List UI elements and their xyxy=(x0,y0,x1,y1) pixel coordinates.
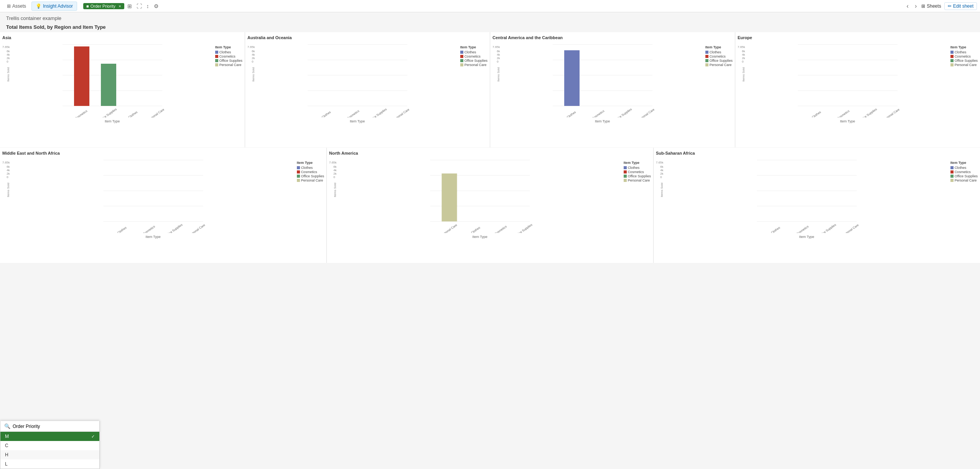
svg-text:Clothes: Clothes xyxy=(470,226,481,233)
chart-middle-east: Middle East and North Africa 7.65k 6k 4k… xyxy=(0,148,326,263)
assets-label: Assets xyxy=(12,3,26,9)
y-axis-europe: 7.65k 6k 4k 2k 0 Items Sold xyxy=(738,41,745,82)
svg-text:Personal Care: Personal Care xyxy=(841,223,860,233)
svg-text:Cosmetics: Cosmetics xyxy=(591,109,605,117)
svg-text:Personal Care: Personal Care xyxy=(637,107,656,117)
svg-text:Office Supplies: Office Supplies xyxy=(369,107,387,117)
chart-main-title: Total Items Sold, by Region and Item Typ… xyxy=(0,23,980,32)
bar-chart-me: Clothes Cosmetics Office Supplies Person… xyxy=(11,156,295,239)
edit-sheet-button[interactable]: ✏ Edit sheet xyxy=(944,2,977,10)
svg-text:Personal Care: Personal Care xyxy=(392,107,410,117)
chart-asia: Asia 7.65k 6k 4k 2k 0 Items Sold xyxy=(0,32,245,147)
toolbar: ⊞ Assets 💡 Insight Advisor ■ Order Prior… xyxy=(0,0,980,12)
y-axis-me: 7.65k 6k 4k 2k 0 Items Sold xyxy=(2,156,10,197)
svg-text:Office Supplies: Office Supplies xyxy=(99,107,117,117)
svg-text:Personal Care: Personal Care xyxy=(882,107,901,117)
trellis-row-1: Asia 7.65k 6k 4k 2k 0 Items Sold xyxy=(0,32,980,147)
icon-btn-3[interactable]: ↕ xyxy=(145,2,151,10)
svg-text:Clothes: Clothes xyxy=(566,110,576,117)
svg-text:Personal Care: Personal Care xyxy=(147,107,165,117)
y-axis-na: 7.65k 6k 4k 2k 0 Items Sold xyxy=(329,156,337,197)
legend-ssa: Item Type Clothes Cosmetics Office Suppl… xyxy=(949,156,978,183)
region-title-central-america: Central America and the Caribbean xyxy=(492,35,733,40)
svg-rect-53 xyxy=(441,173,457,221)
chart-content-na: 7.65k 6k 4k 2k 0 Items Sold xyxy=(329,156,651,239)
nav-next[interactable]: › xyxy=(913,1,918,11)
page-title-bar: Trellis container example xyxy=(0,12,980,23)
sheets-button[interactable]: ⊞ Sheets xyxy=(921,3,941,9)
legend-me: Item Type Clothes Cosmetics Office Suppl… xyxy=(295,156,324,183)
svg-text:Office Supplies: Office Supplies xyxy=(859,107,878,117)
nav-prev[interactable]: ‹ xyxy=(905,1,910,11)
svg-text:Personal Care: Personal Care xyxy=(188,223,206,233)
page-title: Trellis container example xyxy=(6,15,61,21)
chart-north-america: North America 7.65k 6k 4k 2k 0 Items Sol… xyxy=(327,148,653,263)
trellis-row-2: Middle East and North Africa 7.65k 6k 4k… xyxy=(0,148,980,263)
chart-subsaharan: Sub-Saharan Africa 7.65k 6k 4k 2k 0 Item… xyxy=(654,148,980,263)
icon-btn-2[interactable]: ⛶ xyxy=(135,2,143,10)
region-title-australia: Australia and Oceania xyxy=(247,35,488,40)
svg-text:Office Supplies: Office Supplies xyxy=(818,223,837,233)
bar-chart-asia: Cosmetics Office Supplies Clothes Person… xyxy=(11,41,214,123)
chart-content-asia: 7.65k 6k 4k 2k 0 Items Sold xyxy=(2,41,242,123)
region-title-subsaharan: Sub-Saharan Africa xyxy=(656,151,978,155)
tab-order-priority[interactable]: ■ Order Priority × xyxy=(83,3,124,9)
chart-content-ssa: 7.65k 6k 4k 2k 0 Items Sold Clothes xyxy=(656,156,978,239)
svg-text:Clothes: Clothes xyxy=(811,110,821,117)
chart-content-europe: 7.65k 6k 4k 2k 0 Items Sold Clothes xyxy=(738,41,978,123)
tab-insight[interactable]: 💡 Insight Advisor xyxy=(31,2,77,11)
bar-chart-central: Clothes Cosmetics Office Supplies Person… xyxy=(501,41,704,123)
x-label-na: Item Type xyxy=(338,235,622,239)
chart-europe: Europe 7.65k 6k 4k 2k 0 Items Sold xyxy=(735,32,980,147)
legend-europe: Item Type Clothes Cosmetics Office Suppl… xyxy=(949,41,978,67)
edit-icon: ✏ xyxy=(948,3,952,9)
bar-chart-australia: Clothes Cosmetics Office Supplies Person… xyxy=(256,41,459,123)
chart-content-central: 7.65k 6k 4k 2k 0 Items Sold xyxy=(492,41,733,123)
legend-asia: Item Type Clothes Cosmetics Office Suppl… xyxy=(214,41,242,67)
toolbar-left: ⊞ Assets 💡 Insight Advisor ■ Order Prior… xyxy=(3,2,903,11)
svg-text:Cosmetics: Cosmetics xyxy=(346,109,360,117)
edit-label: Edit sheet xyxy=(953,3,973,9)
icon-btn-1[interactable]: ⊞ xyxy=(126,2,133,10)
svg-text:Clothes: Clothes xyxy=(770,226,781,233)
legend-central: Item Type Clothes Cosmetics Office Suppl… xyxy=(704,41,733,67)
svg-text:Cosmetics: Cosmetics xyxy=(494,225,507,233)
sheets-label: Sheets xyxy=(927,3,941,9)
svg-text:Cosmetics: Cosmetics xyxy=(74,109,88,117)
region-title-north-america: North America xyxy=(329,151,651,155)
bar-chart-europe: Clothes Cosmetics Office Supplies Person… xyxy=(746,41,949,123)
legend-na: Item Type Clothes Cosmetics Office Suppl… xyxy=(622,156,651,183)
assets-icon: ⊞ xyxy=(7,3,11,9)
svg-text:Office Supplies: Office Supplies xyxy=(164,223,183,233)
sheets-icon: ⊞ xyxy=(921,3,925,9)
region-title-europe: Europe xyxy=(738,35,978,40)
y-axis-ssa: 7.65k 6k 4k 2k 0 Items Sold xyxy=(656,156,664,197)
bar-chart-na: Personal Care Clothes Cosmetics Office S… xyxy=(338,156,622,239)
toolbar-right: ‹ › ⊞ Sheets ✏ Edit sheet xyxy=(905,1,977,11)
insight-icon: 💡 xyxy=(36,3,41,9)
legend-australia: Item Type Clothes Cosmetics Office Suppl… xyxy=(459,41,488,67)
svg-rect-25 xyxy=(564,50,580,106)
svg-rect-5 xyxy=(74,46,89,106)
active-tab-label: Order Priority xyxy=(91,4,115,8)
svg-text:Clothes: Clothes xyxy=(127,110,138,117)
svg-text:Cosmetics: Cosmetics xyxy=(836,109,850,117)
icon-btn-4[interactable]: ⚙ xyxy=(152,2,160,10)
svg-text:Clothes: Clothes xyxy=(321,110,331,117)
chart-central-america: Central America and the Caribbean 7.65k … xyxy=(490,32,735,147)
svg-rect-6 xyxy=(101,64,116,106)
x-label-central: Item Type xyxy=(501,119,704,123)
x-label-europe: Item Type xyxy=(746,119,949,123)
x-label-asia: Item Type xyxy=(11,119,214,123)
active-tab-icon: ■ xyxy=(86,4,89,8)
tab-assets[interactable]: ⊞ Assets xyxy=(3,2,30,10)
x-label-me: Item Type xyxy=(11,235,295,239)
chart-content-australia: 7.65k 6k 4k 2k 0 Items Sold Clothes xyxy=(247,41,488,123)
svg-text:Personal Care: Personal Care xyxy=(440,223,458,233)
svg-text:Office Supplies: Office Supplies xyxy=(614,107,632,117)
x-label-australia: Item Type xyxy=(256,119,459,123)
chart-australia: Australia and Oceania 7.65k 6k 4k 2k 0 I… xyxy=(245,32,490,147)
close-tab-icon[interactable]: × xyxy=(119,4,121,8)
region-title-middle-east: Middle East and North Africa xyxy=(2,151,324,155)
x-label-ssa: Item Type xyxy=(665,235,949,239)
